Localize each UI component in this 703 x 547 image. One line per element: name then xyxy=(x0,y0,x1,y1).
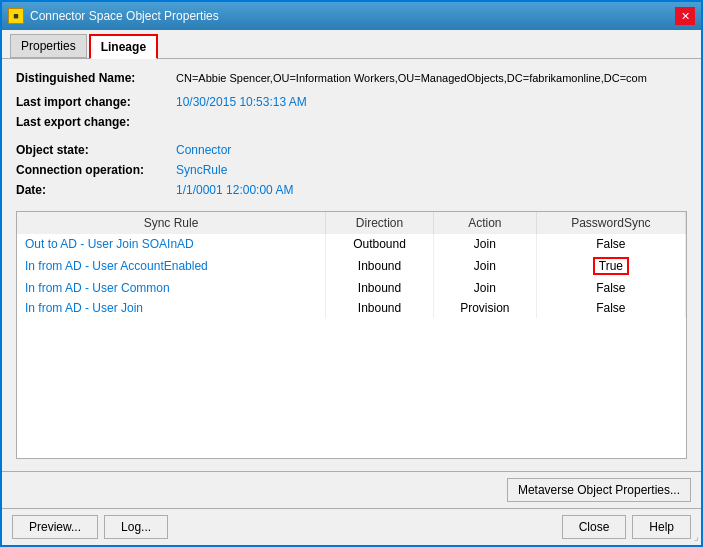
content-area: Distinguished Name: CN=Abbie Spencer,OU=… xyxy=(2,59,701,471)
table-row[interactable]: Out to AD - User Join SOAInADOutboundJoi… xyxy=(17,234,686,254)
main-window: ■ Connector Space Object Properties ✕ Pr… xyxy=(0,0,703,547)
col-header-rule: Sync Rule xyxy=(17,212,326,234)
help-button[interactable]: Help xyxy=(632,515,691,539)
dn-row: Distinguished Name: CN=Abbie Spencer,OU=… xyxy=(16,71,687,85)
cell-password-sync: True xyxy=(536,254,685,278)
dn-label: Distinguished Name: xyxy=(16,71,176,85)
date-value: 1/1/0001 12:00:00 AM xyxy=(176,183,293,197)
object-state-row: Object state: Connector xyxy=(16,143,687,157)
last-import-row: Last import change: 10/30/2015 10:53:13 … xyxy=(16,95,687,109)
last-import-value: 10/30/2015 10:53:13 AM xyxy=(176,95,307,109)
last-import-label: Last import change: xyxy=(16,95,176,109)
last-export-row: Last export change: xyxy=(16,115,687,129)
table-row[interactable]: In from AD - User AccountEnabledInboundJ… xyxy=(17,254,686,278)
tab-properties[interactable]: Properties xyxy=(10,34,87,58)
table-header-row: Sync Rule Direction Action PasswordSync xyxy=(17,212,686,234)
cell-rule: In from AD - User Common xyxy=(17,278,326,298)
cell-rule: Out to AD - User Join SOAInAD xyxy=(17,234,326,254)
col-header-direction: Direction xyxy=(326,212,434,234)
last-export-label: Last export change: xyxy=(16,115,176,129)
log-button[interactable]: Log... xyxy=(104,515,168,539)
object-state-label: Object state: xyxy=(16,143,176,157)
close-button[interactable]: Close xyxy=(562,515,627,539)
connection-op-value: SyncRule xyxy=(176,163,227,177)
footer: Preview... Log... Close Help xyxy=(2,508,701,545)
preview-button[interactable]: Preview... xyxy=(12,515,98,539)
cell-action: Join xyxy=(434,254,537,278)
bottom-bar: Metaverse Object Properties... xyxy=(2,471,701,508)
tab-bar: Properties Lineage xyxy=(2,30,701,59)
connection-op-label: Connection operation: xyxy=(16,163,176,177)
table-row[interactable]: In from AD - User CommonInboundJoinFalse xyxy=(17,278,686,298)
cell-rule: In from AD - User Join xyxy=(17,298,326,318)
sync-table-wrapper: Sync Rule Direction Action PasswordSync … xyxy=(16,211,687,459)
cell-direction: Inbound xyxy=(326,298,434,318)
tab-lineage[interactable]: Lineage xyxy=(89,34,158,59)
resize-handle[interactable]: ⌟ xyxy=(687,531,699,543)
cell-direction: Inbound xyxy=(326,254,434,278)
cell-direction: Outbound xyxy=(326,234,434,254)
dn-value: CN=Abbie Spencer,OU=Information Workers,… xyxy=(176,72,687,84)
window-title: Connector Space Object Properties xyxy=(30,9,219,23)
col-header-password-sync: PasswordSync xyxy=(536,212,685,234)
title-bar: ■ Connector Space Object Properties ✕ xyxy=(2,2,701,30)
cell-action: Provision xyxy=(434,298,537,318)
title-bar-left: ■ Connector Space Object Properties xyxy=(8,8,219,24)
footer-right: Close Help xyxy=(562,515,691,539)
cell-password-sync: False xyxy=(536,278,685,298)
cell-direction: Inbound xyxy=(326,278,434,298)
close-window-button[interactable]: ✕ xyxy=(675,7,695,25)
col-header-action: Action xyxy=(434,212,537,234)
date-row: Date: 1/1/0001 12:00:00 AM xyxy=(16,183,687,197)
sync-rules-table: Sync Rule Direction Action PasswordSync … xyxy=(17,212,686,318)
date-label: Date: xyxy=(16,183,176,197)
object-state-value: Connector xyxy=(176,143,231,157)
cell-action: Join xyxy=(434,278,537,298)
cell-password-sync: False xyxy=(536,234,685,254)
connection-op-row: Connection operation: SyncRule xyxy=(16,163,687,177)
cell-rule: In from AD - User AccountEnabled xyxy=(17,254,326,278)
cell-password-sync: False xyxy=(536,298,685,318)
table-row[interactable]: In from AD - User JoinInboundProvisionFa… xyxy=(17,298,686,318)
cell-action: Join xyxy=(434,234,537,254)
metaverse-properties-button[interactable]: Metaverse Object Properties... xyxy=(507,478,691,502)
footer-left: Preview... Log... xyxy=(12,515,168,539)
window-icon: ■ xyxy=(8,8,24,24)
